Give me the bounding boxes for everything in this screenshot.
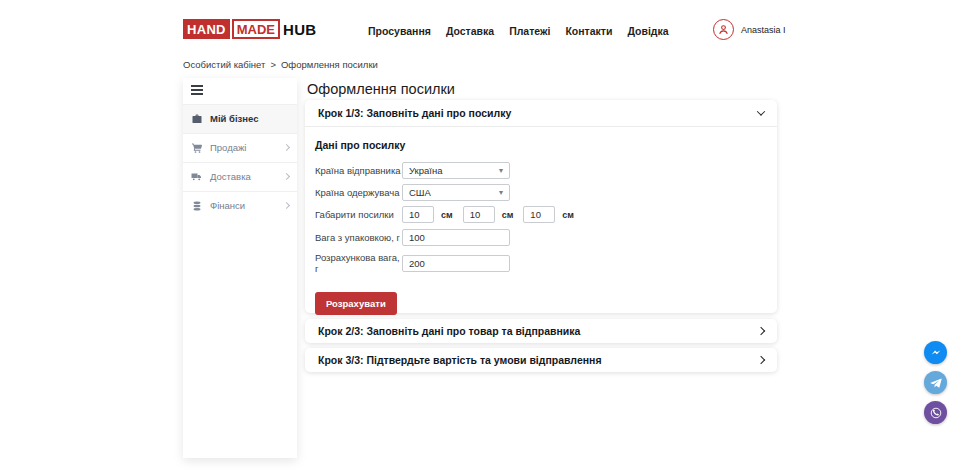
chevron-right-icon [283, 202, 290, 209]
sidebar-item-delivery[interactable]: Доставка [183, 162, 297, 191]
menu-icon[interactable] [191, 85, 203, 95]
unit-cm-label: см [562, 210, 574, 220]
dimensions-label: Габарити посилки [315, 209, 402, 220]
sidebar-item-label: Доставка [210, 171, 251, 182]
sidebar-item-my-business[interactable]: Мій бізнес [183, 104, 297, 133]
breadcrumb: Особистий кабінет > Оформлення посилки [183, 59, 378, 70]
user-menu[interactable]: Anastasia I [713, 19, 786, 40]
logo-hand: HAND [183, 19, 230, 39]
telegram-icon [929, 376, 943, 390]
main-nav: Просування Доставка Платежі Контакти Дов… [368, 25, 669, 37]
sidebar: Мій бізнес Продажі Доставка Фінанси [183, 78, 297, 458]
truck-icon [191, 171, 203, 183]
calc-weight-row: Розрахункова вага, г [315, 252, 767, 274]
nav-promotion[interactable]: Просування [368, 25, 431, 37]
calc-weight-label: Розрахункова вага, г [315, 252, 402, 274]
dimensions-row: Габарити посилки см см см [315, 206, 767, 223]
messenger-icon [929, 346, 943, 360]
sender-country-select[interactable]: Україна ▾ [402, 162, 510, 179]
cart-icon [191, 142, 203, 154]
page-title: Оформлення посилки [307, 81, 455, 97]
step1-body: Дані про посилку Країна відправника Укра… [305, 127, 777, 315]
sender-country-label: Країна відправника [315, 165, 402, 176]
sidebar-item-label: Продажі [210, 142, 246, 153]
step2-card: Крок 2/3: Заповніть дані про товар та ві… [305, 319, 777, 343]
nav-delivery[interactable]: Доставка [446, 25, 494, 37]
breadcrumb-separator: > [270, 59, 276, 70]
sender-country-row: Країна відправника Україна ▾ [315, 162, 767, 179]
breadcrumb-current: Оформлення посилки [281, 59, 378, 70]
select-arrow-icon: ▾ [499, 189, 503, 197]
sidebar-item-sales[interactable]: Продажі [183, 133, 297, 162]
parcel-data-title: Дані про посилку [315, 139, 767, 151]
step1-card: Крок 1/3: Заповніть дані про посилку Дан… [305, 100, 777, 313]
chevron-right-icon [283, 144, 290, 151]
dimension-width-input[interactable] [463, 206, 495, 223]
breadcrumb-cabinet[interactable]: Особистий кабінет [183, 59, 265, 70]
step2-accordion-header[interactable]: Крок 2/3: Заповніть дані про товар та ві… [305, 319, 777, 343]
viber-button[interactable] [924, 401, 947, 424]
dimension-length-input[interactable] [402, 206, 434, 223]
recipient-country-label: Країна одержувача [315, 187, 402, 198]
weight-label: Вага з упаковкою, г [315, 232, 402, 243]
step3-header-label: Крок 3/3: Підтвердьте вартість та умови … [318, 354, 602, 366]
sidebar-item-finance[interactable]: Фінанси [183, 191, 297, 220]
dimension-height-input[interactable] [523, 206, 555, 223]
page: HAND MADE HUB Просування Доставка Платеж… [0, 0, 960, 475]
nav-help[interactable]: Довідка [627, 25, 668, 37]
weight-input[interactable] [402, 229, 510, 246]
step1-header-label: Крок 1/3: Заповніть дані про посилку [318, 107, 511, 119]
chevron-right-icon [283, 173, 290, 180]
step3-card: Крок 3/3: Підтвердьте вартість та умови … [305, 348, 777, 372]
unit-cm-label: см [441, 210, 453, 220]
recipient-country-row: Країна одержувача США ▾ [315, 184, 767, 201]
logo-made: MADE [232, 19, 280, 39]
weight-row: Вага з упаковкою, г [315, 229, 767, 246]
sidebar-item-label: Фінанси [210, 200, 245, 211]
recipient-country-value: США [409, 187, 431, 198]
sidebar-item-label: Мій бізнес [210, 113, 258, 124]
nav-payments[interactable]: Платежі [509, 25, 550, 37]
chevron-right-icon [757, 327, 765, 335]
calculate-button[interactable]: Розрахувати [315, 292, 397, 315]
recipient-country-select[interactable]: США ▾ [402, 184, 510, 201]
step1-accordion-header[interactable]: Крок 1/3: Заповніть дані про посилку [305, 100, 777, 127]
nav-contacts[interactable]: Контакти [565, 25, 612, 37]
sidebar-menu: Мій бізнес Продажі Доставка Фінанси [183, 104, 297, 220]
step2-header-label: Крок 2/3: Заповніть дані про товар та ві… [318, 325, 580, 337]
messenger-button[interactable] [924, 341, 947, 364]
telegram-button[interactable] [924, 371, 947, 394]
chevron-down-icon [757, 107, 765, 115]
step3-accordion-header[interactable]: Крок 3/3: Підтвердьте вартість та умови … [305, 348, 777, 372]
user-name: Anastasia I [741, 25, 786, 35]
logo-hub: HUB [283, 19, 316, 39]
chevron-right-icon [757, 356, 765, 364]
coins-icon [191, 200, 203, 212]
user-avatar-icon [713, 19, 734, 40]
select-arrow-icon: ▾ [499, 167, 503, 175]
handmadehub-logo[interactable]: HAND MADE HUB [183, 19, 316, 39]
unit-cm-label: см [502, 210, 514, 220]
briefcase-icon [191, 113, 203, 125]
viber-phone-icon [929, 406, 943, 420]
calc-weight-input[interactable] [402, 255, 510, 272]
sender-country-value: Україна [409, 165, 443, 176]
